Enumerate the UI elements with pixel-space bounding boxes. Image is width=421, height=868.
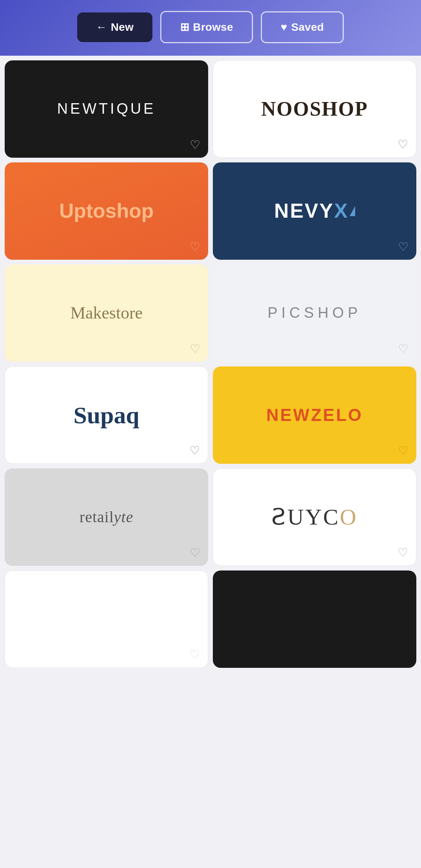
buyco-uy: UYC xyxy=(287,504,340,530)
card-buyco-logo: ƧUYCO xyxy=(264,497,365,537)
card-retailyte-favorite[interactable]: ♡ xyxy=(190,547,200,559)
header-nav: ← New ⊞ Browse ♥ Saved xyxy=(0,0,421,56)
card-buyco[interactable]: ƧUYCO ♡ xyxy=(213,468,416,566)
card-uptoshop[interactable]: Uptoshop ♡ xyxy=(5,162,208,260)
card-nooshop-favorite[interactable]: ♡ xyxy=(398,139,408,150)
buyco-o: O xyxy=(340,504,358,530)
card-newtique[interactable]: NEWTIQUE ♡ xyxy=(5,60,208,158)
heart-filled-icon: ♥ xyxy=(281,21,287,33)
card-retailyte-logo: retailyte xyxy=(72,501,141,533)
card-blank-white-favorite[interactable]: ♡ xyxy=(189,649,200,660)
card-uptoshop-logo: Uptoshop xyxy=(51,192,162,230)
card-buyco-favorite[interactable]: ♡ xyxy=(398,547,408,558)
nav-new-label: New xyxy=(111,21,133,33)
arrow-left-icon: ← xyxy=(96,21,107,33)
card-nevyx[interactable]: NEVYX ♡ xyxy=(213,162,416,260)
nav-new-button[interactable]: ← New xyxy=(77,12,152,42)
logo-grid: NEWTIQUE ♡ NOOSHOP ♡ Uptoshop ♡ NEVYX ♡ … xyxy=(0,56,421,673)
card-blank-white[interactable]: ♡ xyxy=(5,570,208,668)
nav-browse-button[interactable]: ⊞ Browse xyxy=(160,11,253,43)
card-newtique-favorite[interactable]: ♡ xyxy=(190,139,200,151)
card-picshop-logo: PICSHOP xyxy=(260,297,369,329)
card-newzelo-favorite[interactable]: ♡ xyxy=(398,445,409,457)
card-supaq[interactable]: Supaq ♡ xyxy=(5,366,208,464)
card-makestore[interactable]: Makestore ♡ xyxy=(5,264,208,362)
card-picshop[interactable]: PICSHOP ♡ xyxy=(213,264,416,362)
card-newzelo[interactable]: NEWZELO ♡ xyxy=(213,366,416,464)
card-supaq-logo: Supaq xyxy=(66,394,147,436)
card-makestore-logo: Makestore xyxy=(62,296,150,330)
card-nevyx-favorite[interactable]: ♡ xyxy=(398,241,409,253)
card-blank-dark[interactable] xyxy=(213,570,416,668)
card-newtique-logo: NEWTIQUE xyxy=(50,93,164,125)
retailyte-italic: yte xyxy=(114,508,133,526)
card-newzelo-logo: NEWZELO xyxy=(258,398,371,432)
card-makestore-favorite[interactable]: ♡ xyxy=(190,343,200,355)
card-supaq-favorite[interactable]: ♡ xyxy=(189,445,200,456)
card-uptoshop-favorite[interactable]: ♡ xyxy=(190,241,200,253)
card-retailyte[interactable]: retailyte ♡ xyxy=(5,468,208,566)
card-picshop-favorite[interactable]: ♡ xyxy=(398,343,409,355)
grid-icon: ⊞ xyxy=(180,21,189,33)
card-nooshop[interactable]: NOOSHOP ♡ xyxy=(213,60,416,158)
nav-saved-label: Saved xyxy=(291,21,324,33)
app-container: ← New ⊞ Browse ♥ Saved NEWTIQUE ♡ NOOSHO… xyxy=(0,0,421,673)
nav-browse-label: Browse xyxy=(193,21,233,33)
nav-saved-button[interactable]: ♥ Saved xyxy=(261,11,344,43)
buyco-b: Ƨ xyxy=(271,504,287,530)
nevyx-text: NEVYX xyxy=(274,200,355,222)
nevyx-x: X xyxy=(334,200,349,222)
nevyx-triangle xyxy=(350,206,355,216)
card-nevyx-logo: NEVYX xyxy=(266,192,363,230)
card-nooshop-logo: NOOSHOP xyxy=(253,90,376,128)
